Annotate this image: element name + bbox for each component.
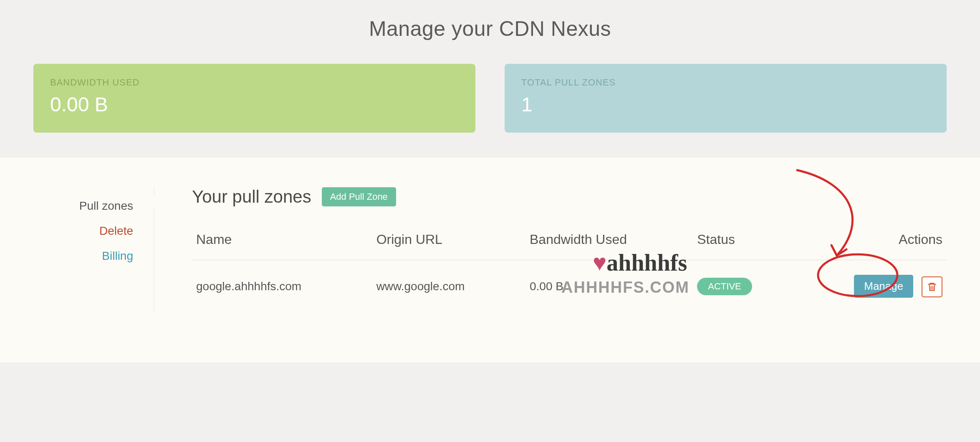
stats-row: BANDWIDTH USED 0.00 B TOTAL PULL ZONES 1 bbox=[33, 64, 947, 133]
cell-bandwidth: 0.00 B bbox=[525, 260, 693, 313]
col-status: Status bbox=[693, 224, 793, 260]
table-row: google.ahhhhfs.com www.google.com 0.00 B… bbox=[192, 260, 947, 313]
total-pull-zones-value: 1 bbox=[521, 93, 930, 116]
col-origin: Origin URL bbox=[372, 224, 525, 260]
main-area: Your pull zones Add Pull Zone Name Origi… bbox=[154, 187, 947, 312]
nav-pull-zones[interactable]: Pull zones bbox=[33, 199, 133, 213]
cell-status: ACTIVE bbox=[693, 260, 793, 313]
trash-icon bbox=[927, 281, 937, 292]
pull-zones-title: Your pull zones bbox=[192, 187, 311, 207]
cell-origin: www.google.com bbox=[372, 260, 525, 313]
cell-name: google.ahhhhfs.com bbox=[192, 260, 372, 313]
col-name: Name bbox=[192, 224, 372, 260]
cell-actions: Manage bbox=[793, 260, 947, 313]
total-pull-zones-card: TOTAL PULL ZONES 1 bbox=[505, 64, 947, 133]
side-nav: Pull zones Delete Billing bbox=[33, 187, 154, 312]
col-bandwidth: Bandwidth Used bbox=[525, 224, 693, 260]
bandwidth-used-value: 0.00 B bbox=[50, 93, 459, 116]
total-pull-zones-label: TOTAL PULL ZONES bbox=[521, 77, 930, 88]
nav-delete[interactable]: Delete bbox=[33, 224, 133, 238]
status-badge: ACTIVE bbox=[697, 278, 752, 295]
add-pull-zone-button[interactable]: Add Pull Zone bbox=[322, 187, 396, 206]
page-title: Manage your CDN Nexus bbox=[33, 17, 947, 41]
bandwidth-used-label: BANDWIDTH USED bbox=[50, 77, 459, 88]
manage-button[interactable]: Manage bbox=[854, 275, 913, 298]
col-actions: Actions bbox=[793, 224, 947, 260]
nav-billing[interactable]: Billing bbox=[33, 249, 133, 263]
delete-button[interactable] bbox=[922, 276, 942, 297]
pull-zones-table: Name Origin URL Bandwidth Used Status Ac… bbox=[192, 224, 947, 312]
bandwidth-used-card: BANDWIDTH USED 0.00 B bbox=[33, 64, 475, 133]
